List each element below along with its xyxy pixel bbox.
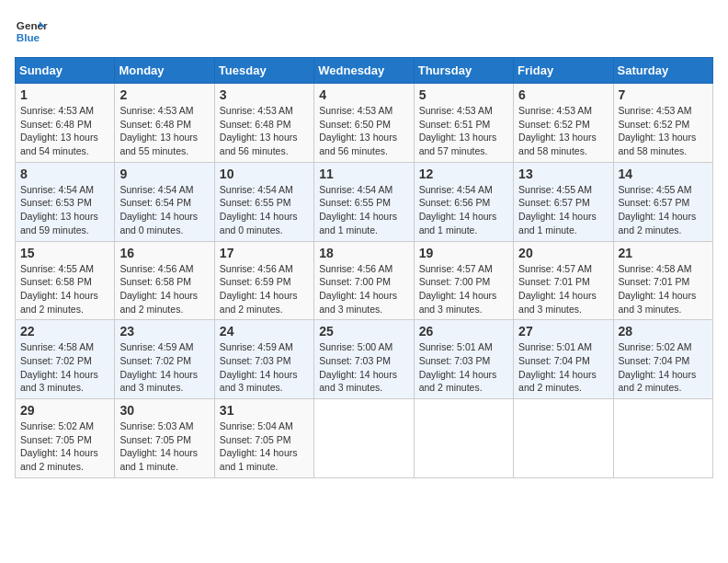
logo-icon: General Blue — [15, 15, 48, 48]
day-info: Sunrise: 5:04 AM Sunset: 7:05 PM Dayligh… — [220, 419, 309, 474]
day-info: Sunrise: 4:58 AM Sunset: 7:02 PM Dayligh… — [20, 340, 109, 395]
day-info: Sunrise: 4:54 AM Sunset: 6:55 PM Dayligh… — [220, 183, 309, 237]
calendar-day-cell: 23Sunrise: 4:59 AM Sunset: 7:02 PM Dayli… — [115, 320, 214, 399]
calendar-day-cell: 24Sunrise: 4:59 AM Sunset: 7:03 PM Dayli… — [214, 320, 313, 399]
day-info: Sunrise: 4:54 AM Sunset: 6:55 PM Dayligh… — [319, 183, 408, 237]
calendar-header-row: SundayMondayTuesdayWednesdayThursdayFrid… — [16, 58, 713, 84]
day-info: Sunrise: 4:59 AM Sunset: 7:02 PM Dayligh… — [119, 340, 209, 395]
day-info: Sunrise: 4:53 AM Sunset: 6:48 PM Dayligh… — [119, 104, 209, 158]
empty-cell — [314, 399, 414, 478]
day-number: 29 — [20, 403, 109, 418]
calendar-day-cell: 29Sunrise: 5:02 AM Sunset: 7:05 PM Dayli… — [16, 399, 115, 478]
calendar-day-cell: 2Sunrise: 4:53 AM Sunset: 6:48 PM Daylig… — [115, 84, 214, 163]
svg-text:Blue: Blue — [17, 31, 40, 43]
day-number: 7 — [619, 87, 708, 102]
day-info: Sunrise: 4:55 AM Sunset: 6:57 PM Dayligh… — [518, 183, 608, 237]
day-info: Sunrise: 4:54 AM Sunset: 6:53 PM Dayligh… — [20, 183, 109, 237]
day-number: 19 — [419, 246, 508, 260]
logo: General Blue — [15, 15, 48, 48]
day-number: 5 — [419, 87, 508, 102]
day-number: 13 — [518, 167, 608, 181]
day-info: Sunrise: 5:03 AM Sunset: 7:05 PM Dayligh… — [119, 419, 209, 474]
day-number: 31 — [220, 403, 309, 418]
day-info: Sunrise: 4:57 AM Sunset: 7:00 PM Dayligh… — [419, 262, 508, 316]
day-info: Sunrise: 4:57 AM Sunset: 7:01 PM Dayligh… — [518, 262, 608, 316]
calendar-day-cell: 9Sunrise: 4:54 AM Sunset: 6:54 PM Daylig… — [115, 162, 214, 241]
day-info: Sunrise: 4:55 AM Sunset: 6:57 PM Dayligh… — [619, 183, 708, 237]
day-info: Sunrise: 5:02 AM Sunset: 7:05 PM Dayligh… — [20, 419, 109, 474]
calendar-day-cell: 26Sunrise: 5:01 AM Sunset: 7:03 PM Dayli… — [414, 320, 513, 399]
day-number: 2 — [119, 87, 209, 102]
calendar-day-cell: 30Sunrise: 5:03 AM Sunset: 7:05 PM Dayli… — [115, 399, 214, 478]
calendar-day-cell: 17Sunrise: 4:56 AM Sunset: 6:59 PM Dayli… — [214, 241, 313, 320]
day-number: 27 — [518, 324, 608, 339]
calendar-week-row: 15Sunrise: 4:55 AM Sunset: 6:58 PM Dayli… — [16, 241, 713, 320]
day-number: 21 — [619, 246, 708, 260]
calendar-day-cell: 12Sunrise: 4:54 AM Sunset: 6:56 PM Dayli… — [414, 162, 513, 241]
calendar-day-cell: 1Sunrise: 4:53 AM Sunset: 6:48 PM Daylig… — [16, 84, 115, 163]
header-sunday: Sunday — [16, 58, 115, 84]
calendar-day-cell: 22Sunrise: 4:58 AM Sunset: 7:02 PM Dayli… — [16, 320, 115, 399]
calendar-day-cell: 19Sunrise: 4:57 AM Sunset: 7:00 PM Dayli… — [414, 241, 513, 320]
day-info: Sunrise: 5:01 AM Sunset: 7:03 PM Dayligh… — [419, 340, 508, 395]
day-number: 10 — [220, 167, 309, 181]
day-number: 3 — [220, 87, 309, 102]
calendar-table: SundayMondayTuesdayWednesdayThursdayFrid… — [15, 57, 713, 478]
empty-cell — [514, 399, 613, 478]
day-info: Sunrise: 4:53 AM Sunset: 6:52 PM Dayligh… — [619, 104, 708, 158]
calendar-day-cell: 18Sunrise: 4:56 AM Sunset: 7:00 PM Dayli… — [314, 241, 414, 320]
day-info: Sunrise: 5:00 AM Sunset: 7:03 PM Dayligh… — [319, 340, 408, 395]
calendar-day-cell: 3Sunrise: 4:53 AM Sunset: 6:48 PM Daylig… — [214, 84, 313, 163]
calendar-day-cell: 14Sunrise: 4:55 AM Sunset: 6:57 PM Dayli… — [613, 162, 712, 241]
day-info: Sunrise: 4:58 AM Sunset: 7:01 PM Dayligh… — [619, 262, 708, 316]
header-wednesday: Wednesday — [314, 58, 414, 84]
day-info: Sunrise: 4:55 AM Sunset: 6:58 PM Dayligh… — [20, 262, 109, 316]
empty-cell — [613, 399, 712, 478]
day-info: Sunrise: 4:53 AM Sunset: 6:48 PM Dayligh… — [20, 104, 109, 158]
calendar-day-cell: 7Sunrise: 4:53 AM Sunset: 6:52 PM Daylig… — [613, 84, 712, 163]
day-number: 30 — [119, 403, 209, 418]
day-number: 24 — [220, 324, 309, 339]
day-number: 4 — [319, 87, 408, 102]
calendar-day-cell: 21Sunrise: 4:58 AM Sunset: 7:01 PM Dayli… — [613, 241, 712, 320]
calendar-day-cell: 15Sunrise: 4:55 AM Sunset: 6:58 PM Dayli… — [16, 241, 115, 320]
calendar-day-cell: 28Sunrise: 5:02 AM Sunset: 7:04 PM Dayli… — [613, 320, 712, 399]
day-number: 28 — [619, 324, 708, 339]
day-number: 8 — [20, 167, 109, 181]
day-number: 22 — [20, 324, 109, 339]
day-number: 1 — [20, 87, 109, 102]
day-number: 25 — [319, 324, 408, 339]
calendar-week-row: 22Sunrise: 4:58 AM Sunset: 7:02 PM Dayli… — [16, 320, 713, 399]
day-number: 16 — [119, 246, 209, 260]
calendar-day-cell: 31Sunrise: 5:04 AM Sunset: 7:05 PM Dayli… — [214, 399, 313, 478]
day-number: 12 — [419, 167, 508, 181]
day-number: 6 — [518, 87, 608, 102]
day-info: Sunrise: 4:54 AM Sunset: 6:54 PM Dayligh… — [119, 183, 209, 237]
calendar-week-row: 8Sunrise: 4:54 AM Sunset: 6:53 PM Daylig… — [16, 162, 713, 241]
calendar-day-cell: 8Sunrise: 4:54 AM Sunset: 6:53 PM Daylig… — [16, 162, 115, 241]
header-monday: Monday — [115, 58, 214, 84]
day-info: Sunrise: 4:53 AM Sunset: 6:51 PM Dayligh… — [419, 104, 508, 158]
day-info: Sunrise: 4:56 AM Sunset: 7:00 PM Dayligh… — [319, 262, 408, 316]
calendar-day-cell: 5Sunrise: 4:53 AM Sunset: 6:51 PM Daylig… — [414, 84, 513, 163]
calendar-week-row: 29Sunrise: 5:02 AM Sunset: 7:05 PM Dayli… — [16, 399, 713, 478]
day-info: Sunrise: 4:53 AM Sunset: 6:48 PM Dayligh… — [220, 104, 309, 158]
day-number: 14 — [619, 167, 708, 181]
calendar-day-cell: 6Sunrise: 4:53 AM Sunset: 6:52 PM Daylig… — [514, 84, 613, 163]
header-saturday: Saturday — [613, 58, 712, 84]
day-info: Sunrise: 4:59 AM Sunset: 7:03 PM Dayligh… — [220, 340, 309, 395]
day-info: Sunrise: 4:53 AM Sunset: 6:52 PM Dayligh… — [518, 104, 608, 158]
day-info: Sunrise: 5:01 AM Sunset: 7:04 PM Dayligh… — [518, 340, 608, 395]
day-number: 11 — [319, 167, 408, 181]
empty-cell — [414, 399, 513, 478]
day-number: 17 — [220, 246, 309, 260]
day-info: Sunrise: 4:54 AM Sunset: 6:56 PM Dayligh… — [419, 183, 508, 237]
day-info: Sunrise: 5:02 AM Sunset: 7:04 PM Dayligh… — [619, 340, 708, 395]
header-friday: Friday — [514, 58, 613, 84]
day-info: Sunrise: 4:56 AM Sunset: 6:59 PM Dayligh… — [220, 262, 309, 316]
calendar-day-cell: 20Sunrise: 4:57 AM Sunset: 7:01 PM Dayli… — [514, 241, 613, 320]
calendar-day-cell: 13Sunrise: 4:55 AM Sunset: 6:57 PM Dayli… — [514, 162, 613, 241]
header-thursday: Thursday — [414, 58, 513, 84]
day-number: 18 — [319, 246, 408, 260]
page-header: General Blue — [15, 15, 713, 48]
